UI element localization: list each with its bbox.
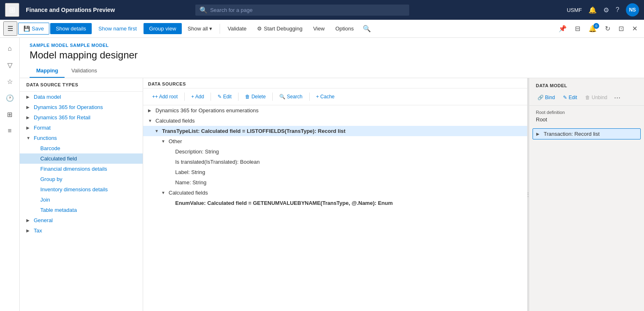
ds-item-label: Label: String	[175, 169, 205, 175]
left-tree-item[interactable]: ▶Dynamics 365 for Retail	[20, 112, 143, 123]
breadcrumb: SAMPLE MODEL SAMPLE MODEL	[30, 43, 634, 48]
data-model-panel: DATA MODEL 🔗 Bind ✎ Edit 🗑 Unbind ⋯ Root…	[529, 78, 644, 311]
ds-expand-icon[interactable]: ▼	[148, 118, 153, 123]
notification-button[interactable]: 🔔 0	[585, 22, 600, 35]
delete-button[interactable]: 🗑 Delete	[241, 92, 270, 102]
expand-icon[interactable]: ▶	[26, 218, 31, 223]
refresh-button[interactable]: ↻	[602, 22, 614, 35]
left-tree-item[interactable]: Calculated field	[20, 153, 143, 164]
left-tree-item[interactable]: ▶Format	[20, 123, 143, 133]
toolbar-search-icon[interactable]: 🔍	[359, 22, 374, 35]
top-nav: ⊞ Finance and Operations Preview 🔍 USMF …	[0, 0, 644, 20]
column-icon[interactable]: ⊟	[572, 22, 584, 35]
ds-tree-item[interactable]: EnumValue: Calculated field = GETENUMVAL…	[143, 198, 527, 208]
pin-icon[interactable]: 📌	[555, 22, 570, 35]
close-button[interactable]: ✕	[629, 22, 641, 35]
left-tree-item[interactable]: Join	[20, 195, 143, 205]
ds-tree-item[interactable]: Label: String	[143, 167, 527, 177]
left-tree-item[interactable]: Group by	[20, 174, 143, 184]
toolbar: ☰ 💾 Save Show details Show name first Gr…	[0, 20, 644, 38]
history-icon[interactable]: 🕐	[2, 91, 17, 105]
grid-nav-icon[interactable]: ⊞	[2, 107, 17, 122]
dm-tree-item[interactable]: ▶Transaction: Record list	[533, 128, 641, 139]
left-tree-item[interactable]: ▼Functions	[20, 133, 143, 143]
gear-icon[interactable]: ⚙	[603, 6, 609, 14]
ds-expand-icon[interactable]: ▼	[161, 190, 166, 195]
tab-mapping[interactable]: Mapping	[30, 64, 65, 78]
start-debugging-button[interactable]: ⚙ Start Debugging	[252, 23, 307, 34]
data-source-types-panel: DATA SOURCE TYPES ▶Data model▶Dynamics 3…	[20, 78, 143, 311]
ds-tree-item[interactable]: ▶Dynamics 365 for Operations enumeration…	[143, 105, 527, 116]
app-title: Finance and Operations Preview	[26, 7, 115, 13]
left-tree-item[interactable]: ▶Tax	[20, 225, 143, 236]
ds-expand-icon[interactable]: ▶	[148, 108, 153, 113]
expand-icon[interactable]: ▶	[26, 228, 31, 233]
expand-icon[interactable]: ▶	[26, 125, 31, 130]
show-details-button[interactable]: Show details	[50, 23, 92, 34]
ds-tree-item[interactable]: ▼TransTypeList: Calculated field = LISTO…	[143, 126, 527, 136]
content-area: SAMPLE MODEL SAMPLE MODEL Model mapping …	[20, 38, 644, 311]
ds-tree-item[interactable]: Name: String	[143, 177, 527, 188]
expand-icon[interactable]: ▼	[26, 136, 31, 140]
search-input[interactable]	[210, 7, 405, 13]
ds-tree-item[interactable]: ▼Other	[143, 136, 527, 146]
left-tree-item[interactable]: ▶Dynamics 365 for Operations	[20, 102, 143, 112]
root-definition-section: Root definition Root	[529, 106, 644, 127]
tab-validations[interactable]: Validations	[65, 64, 104, 78]
ds-tree-item[interactable]: Description: String	[143, 146, 527, 157]
expand-icon[interactable]: ▶	[26, 95, 31, 99]
favorites-icon[interactable]: ☆	[2, 74, 17, 89]
add-button[interactable]: + Add	[187, 92, 208, 102]
edit-model-button[interactable]: ✎ Edit	[560, 93, 580, 102]
tree-item-label: Functions	[34, 135, 57, 141]
unbind-button[interactable]: 🗑 Unbind	[582, 93, 610, 102]
left-tree-item[interactable]: Financial dimensions details	[20, 164, 143, 174]
dm-expand-icon[interactable]: ▶	[536, 132, 541, 136]
left-tree-item[interactable]: Table metadata	[20, 205, 143, 215]
ds-tree-item[interactable]: Is translated(IsTranslated): Boolean	[143, 157, 527, 167]
window-button[interactable]: ⊡	[615, 22, 627, 35]
tree-item-label: Barcode	[40, 145, 60, 151]
global-search[interactable]: 🔍	[195, 5, 409, 16]
avatar[interactable]: NS	[626, 3, 639, 16]
ds-expand-icon[interactable]: ▼	[161, 139, 166, 144]
ds-item-label: Name: String	[175, 179, 206, 186]
ds-sep-2	[211, 93, 211, 101]
expand-icon[interactable]: ▶	[26, 115, 31, 120]
home-icon[interactable]: ⌂	[2, 41, 17, 56]
show-name-first-button[interactable]: Show name first	[93, 23, 142, 34]
options-button[interactable]: Options	[330, 23, 359, 34]
center-tree: ▶Dynamics 365 for Operations enumeration…	[143, 105, 527, 311]
cache-button[interactable]: + Cache	[312, 92, 339, 102]
expand-icon[interactable]: ▶	[26, 105, 31, 109]
drag-handle[interactable]	[527, 78, 529, 311]
tree-item-label: Calculated field	[40, 156, 77, 162]
ds-toolbar: + + Add root + Add ✎ Edit 🗑 Delete 🔍 Sea…	[143, 88, 527, 105]
hamburger-icon[interactable]: ☰	[3, 21, 17, 36]
more-icon[interactable]: ⋯	[614, 94, 621, 102]
left-tree-item[interactable]: Inventory dimensions details	[20, 184, 143, 195]
save-button[interactable]: 💾 Save	[18, 23, 49, 35]
main-layout: ⌂ ▽ ☆ 🕐 ⊞ ≡ SAMPLE MODEL SAMPLE MODEL Mo…	[0, 38, 644, 311]
search-button[interactable]: 🔍 Search	[275, 92, 306, 102]
bell-icon[interactable]: 🔔	[588, 6, 597, 14]
left-tree-item[interactable]: Barcode	[20, 143, 143, 153]
filter-icon[interactable]: ▽	[2, 58, 17, 72]
view-button[interactable]: View	[308, 23, 329, 34]
left-tree-item[interactable]: ▶General	[20, 215, 143, 225]
edit-button[interactable]: ✎ Edit	[213, 92, 236, 102]
help-icon[interactable]: ?	[616, 6, 619, 14]
ds-tree-item[interactable]: ▼Calculated fields	[143, 188, 527, 198]
show-all-button[interactable]: Show all ▾	[183, 23, 217, 34]
left-tree-item[interactable]: ▶Data model	[20, 92, 143, 102]
bind-button[interactable]: 🔗 Bind	[534, 93, 558, 102]
add-root-button[interactable]: + + Add root	[148, 92, 182, 102]
ds-expand-icon[interactable]: ▼	[155, 129, 160, 133]
show-all-dropdown-icon: ▾	[209, 26, 212, 32]
tree-item-label: Group by	[40, 176, 62, 182]
ds-tree-item[interactable]: ▼Calculated fields	[143, 116, 527, 126]
list-nav-icon[interactable]: ≡	[2, 123, 17, 138]
nav-grid-icon[interactable]: ⊞	[5, 3, 19, 17]
validate-button[interactable]: Validate	[222, 23, 251, 34]
group-view-button[interactable]: Group view	[144, 23, 182, 34]
